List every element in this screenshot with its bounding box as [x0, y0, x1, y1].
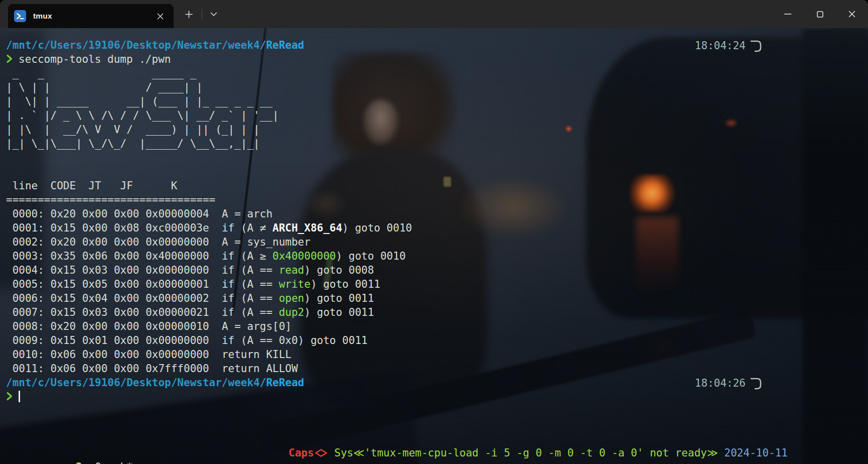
terminal-content[interactable]: /mnt/c/Users/19106/Desktop/Newstar/week4… [0, 28, 868, 464]
row-disasm-segment: open [279, 292, 305, 304]
command-text: seccomp-tools dump ./pwn [19, 53, 171, 65]
table-row: 0003: 0x35 0x06 0x00 0x40000000 if (A ≥ … [6, 249, 862, 263]
row-disasm-segment: 0x40000000 [272, 250, 336, 262]
row-disasm-segment: A = sys_number [222, 236, 311, 248]
row-bytes: 0002: 0x20 0x00 0x00 0x00000000 [6, 236, 222, 248]
row-bytes: 0009: 0x15 0x01 0x00 0x00000000 [6, 334, 222, 346]
row-bytes: 0007: 0x15 0x03 0x00 0x00000021 [6, 306, 222, 318]
row-disasm-segment: ) goto 0010 [342, 222, 412, 234]
row-bytes: 0004: 0x15 0x03 0x00 0x00000000 [6, 264, 222, 276]
new-tab-button[interactable] [178, 4, 200, 24]
row-disasm-segment: if (A == [222, 264, 279, 276]
cwd-line-1: /mnt/c/Users/19106/Desktop/Newstar/week4… [6, 38, 862, 52]
table-header: line CODE JT JF K [6, 179, 862, 193]
table-separator: ================================= [6, 193, 862, 207]
row-disasm-segment: write [279, 278, 311, 290]
seccomp-table: 0000: 0x20 0x00 0x00 0x00000004 A = arch… [6, 207, 862, 376]
titlebar: tmux [0, 0, 868, 28]
row-disasm-segment: ARCH_X86_64 [272, 222, 342, 234]
ascii-banner-line: | |\ | __/\ V V / ____) | || (_| | | [6, 123, 862, 137]
tmux-status-bar: >>>><2> 0:zsh* Caps Sys≪'tmux-mem-cpu-lo… [6, 446, 868, 460]
ascii-banner-line: | \| | _____ __| (___ | |_ __ _ _ __ [6, 94, 862, 108]
status-right-segment: ≪ [353, 446, 364, 460]
row-disasm-segment: A = args[0] [222, 320, 292, 332]
powershell-icon [14, 10, 26, 22]
table-row: 0004: 0x15 0x03 0x00 0x00000000 if (A ==… [6, 263, 862, 277]
row-bytes: 0000: 0x20 0x00 0x00 0x00000004 [6, 208, 222, 220]
tab-tmux[interactable]: tmux [8, 4, 174, 28]
tabbar-divider [202, 9, 202, 20]
table-row: 0000: 0x20 0x00 0x00 0x00000004 A = arch [6, 207, 862, 221]
row-disasm-segment: if (A ≠ [222, 222, 272, 234]
table-row: 0011: 0x06 0x00 0x00 0x7fff0000 return A… [6, 362, 862, 376]
row-bytes: 0005: 0x15 0x05 0x00 0x00000001 [6, 278, 222, 290]
prompt-line[interactable] [6, 390, 862, 404]
minimize-button[interactable] [772, 0, 804, 28]
text-cursor [19, 391, 20, 402]
ascii-banner: _ _ _____ _ | \ | | / ____| | | \| | ___… [6, 66, 862, 151]
ascii-banner-line: |_| \_|\___| \_/\_/ |_____/ \__\__,_|_| [6, 137, 862, 151]
status-right-segment: Sys [334, 446, 353, 460]
row-disasm-segment: return ALLOW [222, 363, 298, 375]
table-row: 0006: 0x15 0x04 0x00 0x00000002 if (A ==… [6, 291, 862, 305]
row-disasm-segment: ) goto 0011 [304, 306, 374, 318]
ascii-banner-line: | \ | | / ____| | [6, 80, 862, 94]
status-right-segment: ≫ [707, 446, 718, 460]
row-bytes: 0001: 0x15 0x00 0x08 0xc000003e [6, 222, 222, 234]
row-disasm-segment: return KILL [222, 349, 292, 361]
ascii-banner-line: _ _ _____ _ [6, 66, 862, 80]
terminal-screen: /mnt/c/Users/19106/Desktop/Newstar/week4… [6, 38, 862, 464]
table-row: 0008: 0x20 0x00 0x00 0x00000010 A = args… [6, 319, 862, 333]
row-disasm-segment: if (A == [222, 292, 279, 304]
row-disasm-segment: read [279, 264, 305, 276]
row-bytes: 0006: 0x15 0x04 0x00 0x00000002 [6, 292, 222, 304]
close-button[interactable] [836, 0, 868, 28]
cwd-line-2: /mnt/c/Users/19106/Desktop/Newstar/week4… [6, 376, 862, 390]
row-disasm-segment: ) goto 0010 [336, 250, 405, 262]
status-left-segment: 0:zsh* [95, 461, 133, 464]
prompt-chevron-icon [6, 391, 13, 402]
status-left-segment: >>>><2> [44, 461, 89, 464]
row-disasm-segment: dup2 [279, 306, 305, 318]
table-row: 0005: 0x15 0x05 0x00 0x00000001 if (A ==… [6, 277, 862, 291]
diamond-icon [315, 449, 327, 457]
status-right-segment: Caps [288, 446, 314, 460]
command-line: seccomp-tools dump ./pwn [6, 52, 862, 66]
row-disasm-segment: A = arch [222, 208, 272, 220]
status-right-segment: 'tmux-mem-cpu-load -i 5 -g 0 -m 0 -t 0 -… [364, 446, 643, 460]
cwd-highlight: ReRead [266, 39, 304, 51]
terminal-window: tmux [0, 0, 868, 464]
cwd-highlight: ReRead [266, 377, 304, 389]
status-right-segment [718, 446, 725, 460]
row-bytes: 0011: 0x06 0x00 0x00 0x7fff0000 [6, 363, 222, 375]
row-disasm-segment: ) goto 0011 [304, 292, 374, 304]
row-bytes: 0008: 0x20 0x00 0x00 0x00000010 [6, 320, 222, 332]
ascii-banner-line: | . ` |/ _ \ \ /\ / / \___ \| __/ _` | '… [6, 108, 862, 123]
status-right-segment: 2024-10-11 [725, 446, 788, 460]
table-row: 0009: 0x15 0x01 0x00 0x00000000 if (A ==… [6, 333, 862, 347]
table-row: 0010: 0x06 0x00 0x00 0x00000000 return K… [6, 347, 862, 362]
prompt-corner-icon [751, 38, 763, 53]
row-disasm-segment: ) goto 0011 [311, 278, 380, 290]
tab-title: tmux [33, 12, 52, 21]
row-disasm-segment: if (A == [222, 306, 279, 318]
blank-line [6, 165, 862, 179]
tmux-status-left[interactable]: >>>><2> 0:zsh* [44, 461, 133, 464]
status-right-segment [328, 446, 335, 460]
tab-dropdown-button[interactable] [204, 4, 223, 24]
row-disasm-segment: if (A == [222, 278, 279, 290]
status-right-segment: not ready [643, 446, 706, 460]
row-bytes: 0003: 0x35 0x06 0x00 0x40000000 [6, 250, 222, 262]
status-left-segment [88, 461, 95, 464]
tab-close-icon[interactable] [153, 9, 168, 24]
cwd-path: /mnt/c/Users/19106/Desktop/Newstar/week4… [6, 39, 266, 51]
tmux-status-right: Caps Sys≪'tmux-mem-cpu-load -i 5 -g 0 -m… [288, 446, 788, 460]
timestamp: 18:04:24 [695, 39, 746, 53]
blank-line [6, 151, 862, 165]
row-disasm-segment: ) goto 0008 [304, 264, 374, 276]
table-row: 0002: 0x20 0x00 0x00 0x00000000 A = sys_… [6, 235, 862, 249]
table-row: 0007: 0x15 0x03 0x00 0x00000021 if (A ==… [6, 305, 862, 319]
timestamp: 18:04:26 [695, 376, 746, 390]
cwd-path: /mnt/c/Users/19106/Desktop/Newstar/week4… [6, 377, 266, 389]
maximize-button[interactable] [804, 0, 836, 28]
